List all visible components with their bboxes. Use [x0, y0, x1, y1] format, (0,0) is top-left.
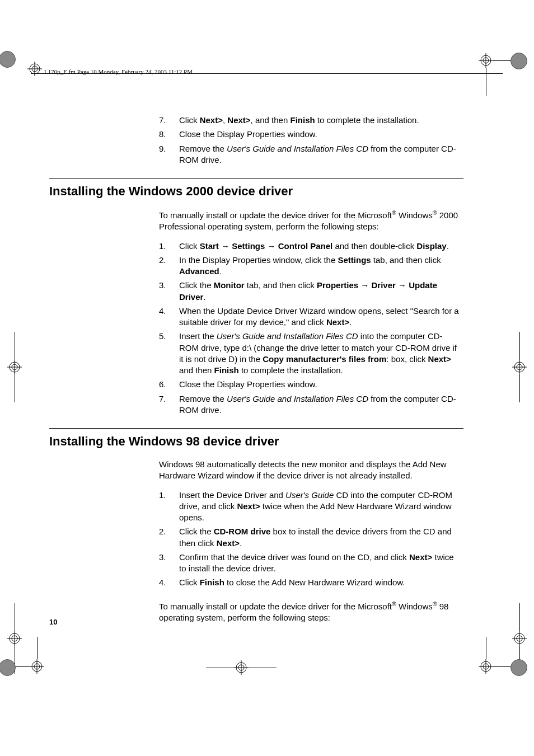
list-item: 7.Click Next>, Next>, and then Finish to…	[159, 115, 461, 126]
list-item-body: Close the Display Properties window.	[179, 129, 461, 140]
list-item: 9.Remove the User's Guide and Installati…	[159, 143, 461, 166]
list-item: 7.Remove the User's Guide and Installati…	[159, 393, 461, 416]
list-item-number: 5.	[159, 331, 179, 376]
gray-dot-icon	[510, 53, 527, 69]
section-intro: Windows 98 automatically detects the new…	[159, 459, 461, 482]
list-item: 2.In the Display Properties window, clic…	[159, 255, 461, 278]
list-item-number: 2.	[159, 255, 179, 278]
list-section-a: 7.Click Next>, Next>, and then Finish to…	[159, 115, 461, 166]
frame-header-text: L170p_E.fm Page 10 Monday, February 24, …	[44, 68, 193, 75]
list-item: 3.Confirm that the device driver was fou…	[159, 552, 461, 575]
list-item-body: Click Next>, Next>, and then Finish to c…	[179, 115, 461, 126]
list-item-body: Click Finish to close the Add New Hardwa…	[179, 577, 461, 588]
registration-mark-icon	[30, 659, 44, 676]
list-item: 2.Click the CD-ROM drive box to install …	[159, 526, 461, 549]
list-item-body: Click Start → Settings → Control Panel a…	[179, 241, 461, 252]
gray-dot-icon	[0, 51, 16, 68]
list-item: 3.Click the Monitor tab, and then click …	[159, 280, 461, 303]
list-item-number: 9.	[159, 143, 179, 166]
list-item: 1.Click Start → Settings → Control Panel…	[159, 241, 461, 252]
header-rule	[31, 73, 503, 74]
list-item-number: 4.	[159, 577, 179, 588]
list-item-body: In the Display Properties window, click …	[179, 255, 461, 278]
section-outro: To manually install or update the device…	[159, 600, 461, 624]
gray-dot-icon	[0, 659, 16, 676]
list-item: 1.Insert the Device Driver and User's Gu…	[159, 490, 461, 524]
list-item-body: Confirm that the device driver was found…	[179, 552, 461, 575]
list-item-number: 7.	[159, 393, 179, 416]
list-section-b: 1.Click Start → Settings → Control Panel…	[159, 241, 461, 416]
list-item-number: 7.	[159, 115, 179, 126]
registration-mark-icon	[512, 360, 527, 377]
list-item-body: Close the Display Properties window.	[179, 379, 461, 390]
list-item-number: 8.	[159, 129, 179, 140]
registration-mark-icon	[234, 660, 249, 677]
list-item-body: Click the CD-ROM drive box to install th…	[179, 526, 461, 549]
list-item-number: 6.	[159, 379, 179, 390]
section-rule	[49, 178, 463, 179]
page-number: 10	[49, 618, 57, 626]
list-item-number: 4.	[159, 306, 179, 328]
list-item: 5.Insert the User's Guide and Installati…	[159, 331, 461, 376]
list-item-body: Insert the Device Driver and User's Guid…	[179, 490, 461, 524]
list-item: 4.Click Finish to close the Add New Hard…	[159, 577, 461, 588]
page-content: 7.Click Next>, Next>, and then Finish to…	[49, 115, 463, 631]
list-item: 4.When the Update Device Driver Wizard w…	[159, 306, 461, 328]
list-item-body: Insert the User's Guide and Installation…	[179, 331, 461, 376]
list-item-body: Click the Monitor tab, and then click Pr…	[179, 280, 461, 303]
registration-mark-icon	[479, 659, 493, 676]
list-item-body: When the Update Device Driver Wizard win…	[179, 306, 461, 328]
list-item-number: 1.	[159, 490, 179, 524]
registration-mark-icon	[7, 631, 22, 648]
list-item: 8.Close the Display Properties window.	[159, 129, 461, 140]
registration-mark-icon	[27, 62, 42, 78]
section-intro: To manually install or update the device…	[159, 209, 461, 233]
list-item-number: 3.	[159, 280, 179, 303]
registration-mark-icon	[479, 53, 493, 70]
list-item: 6.Close the Display Properties window.	[159, 379, 461, 390]
section-heading-win2000: Installing the Windows 2000 device drive…	[49, 184, 463, 199]
section-rule	[49, 428, 463, 429]
registration-mark-icon	[512, 631, 527, 648]
list-item-body: Remove the User's Guide and Installation…	[179, 143, 461, 166]
registration-mark-icon	[7, 360, 22, 377]
list-item-number: 1.	[159, 241, 179, 252]
section-heading-win98: Installing the Windows 98 device driver	[49, 434, 463, 449]
list-item-number: 3.	[159, 552, 179, 575]
list-section-c: 1.Insert the Device Driver and User's Gu…	[159, 490, 461, 589]
list-item-number: 2.	[159, 526, 179, 549]
gray-dot-icon	[510, 659, 527, 676]
list-item-body: Remove the User's Guide and Installation…	[179, 393, 461, 416]
